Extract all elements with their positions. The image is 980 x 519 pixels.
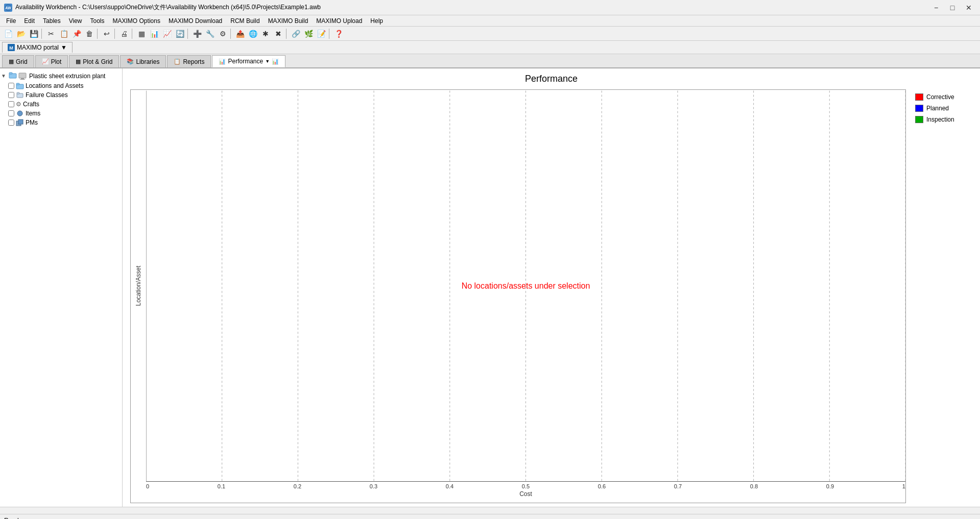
title-bar: AW Availability Workbench - C:\Users\sup… [0, 0, 980, 15]
toolbar-btn-save[interactable]: 💾 [28, 28, 40, 40]
tree-minus-icon: ▼ [1, 73, 7, 79]
pms-checkbox[interactable] [8, 120, 14, 126]
portal-bar: M MAXIMO portal ▼ [0, 41, 980, 54]
menu-item-file[interactable]: File [2, 16, 20, 26]
tab-plot-grid[interactable]: ▦Plot & Grid [69, 55, 119, 67]
toolbar-btn-b1[interactable]: ▦ [135, 28, 148, 40]
legend-item-planned: Planned [915, 105, 968, 112]
svg-point-13 [17, 111, 22, 116]
maximize-button[interactable]: □ [945, 3, 960, 13]
toolbar-btn-new[interactable]: 📄 [2, 28, 14, 40]
computer-icon [18, 73, 27, 80]
menu-item-maximo-build[interactable]: MAXIMO Build [264, 16, 313, 26]
close-button[interactable]: ✕ [962, 3, 976, 13]
failure-classes-label: Failure Classes [26, 91, 68, 99]
sidebar-item-crafts[interactable]: ⚙Crafts [0, 100, 122, 109]
scroll-bar-area[interactable] [0, 507, 980, 514]
toolbar-btn-b3[interactable]: 📈 [161, 28, 173, 40]
x-tick-0.7: 0.7 [674, 483, 682, 489]
tab-grid[interactable]: ▦Grid [2, 55, 34, 67]
svg-rect-7 [21, 78, 24, 79]
toolbar-btn-cut[interactable]: ✂ [45, 28, 57, 40]
tree-folder-root-icon [9, 72, 17, 79]
toolbar-btn-b14[interactable]: 📝 [315, 28, 327, 40]
toolbar-btn-undo[interactable]: ↩ [101, 28, 113, 40]
libraries-tab-label: Libraries [136, 58, 159, 65]
svg-rect-5 [9, 73, 12, 74]
menu-item-tools[interactable]: Tools [86, 16, 109, 26]
chart-legend: CorrectivePlannedInspection [911, 89, 972, 503]
failure-classes-checkbox[interactable] [8, 92, 14, 98]
performance-tab-label: Performance [228, 58, 263, 65]
legend-item-corrective: Corrective [915, 93, 968, 101]
menu-item-tables[interactable]: Tables [39, 16, 65, 26]
crafts-icon: ⚙ [16, 101, 21, 108]
toolbar-btn-b15[interactable]: ❓ [332, 28, 345, 40]
locations-icon [16, 82, 24, 89]
toolbar-btn-b12[interactable]: 🔗 [290, 28, 302, 40]
chart-plot-area: Location/Asset No locations/assets under… [130, 89, 906, 503]
sidebar-root-label: Plastic sheet extrusion plant [29, 73, 105, 80]
x-axis-area: 00.10.20.30.40.50.60.70.80.91 Cost [131, 482, 905, 503]
minimize-button[interactable]: − [929, 3, 943, 13]
chart-container: Performance Location/Asset No locations/… [123, 68, 980, 507]
menu-item-maximo-download[interactable]: MAXIMO Download [164, 16, 226, 26]
toolbar-btn-b4[interactable]: 🔄 [174, 28, 186, 40]
portal-tab[interactable]: M MAXIMO portal ▼ [2, 42, 73, 53]
menu-item-maximo-options[interactable]: MAXIMO Options [109, 16, 164, 26]
toolbar-btn-delete[interactable]: 🗑 [83, 28, 95, 40]
sidebar-item-failure-classes[interactable]: Failure Classes [0, 90, 122, 100]
toolbar-btn-print[interactable]: 🖨 [118, 28, 130, 40]
toolbar-btn-b9[interactable]: 🌐 [247, 28, 259, 40]
sidebar-root[interactable]: ▼ Plastic sheet extrusion plant [0, 70, 122, 81]
x-tick-0.6: 0.6 [598, 483, 606, 489]
menu-bar: FileEditTablesViewToolsMAXIMO OptionsMAX… [0, 15, 980, 27]
svg-rect-12 [17, 92, 19, 94]
x-tick-0.4: 0.4 [446, 483, 453, 489]
toolbar-btn-paste[interactable]: 📌 [70, 28, 83, 40]
locations-checkbox[interactable] [8, 83, 14, 89]
menu-item-edit[interactable]: Edit [20, 16, 39, 26]
menu-item-rcm-build[interactable]: RCM Build [226, 16, 264, 26]
toolbar: 📄📂💾✂📋📌🗑↩🖨▦📊📈🔄➕🔧⚙📤🌐✱✖🔗🌿📝❓ [0, 27, 980, 41]
tab-libraries[interactable]: 📚Libraries [120, 55, 166, 67]
tab-performance[interactable]: 📊Performance ▼ 📊 [212, 55, 285, 67]
menu-item-view[interactable]: View [65, 16, 86, 26]
toolbar-btn-b5[interactable]: ➕ [191, 28, 203, 40]
toolbar-btn-b7[interactable]: ⚙ [217, 28, 229, 40]
performance-dropdown-icon: ▼ [265, 59, 270, 64]
toolbar-btn-b13[interactable]: 🌿 [302, 28, 315, 40]
x-tick-0.1: 0.1 [218, 483, 225, 489]
toolbar-separator [114, 29, 116, 39]
x-tick-0: 0 [146, 483, 149, 489]
plot-tab-icon: 📈 [42, 58, 49, 65]
menu-item-help[interactable]: Help [366, 16, 387, 26]
crafts-checkbox[interactable] [8, 101, 14, 107]
performance-extra-icon: 📊 [272, 58, 279, 65]
maximo-icon: M [8, 44, 15, 51]
view-tabs: ▦Grid📈Plot▦Plot & Grid📚Libraries📋Reports… [0, 54, 980, 68]
toolbar-separator [132, 29, 134, 39]
toolbar-btn-copy[interactable]: 📋 [58, 28, 70, 40]
pms-icon [16, 119, 24, 126]
toolbar-btn-b11[interactable]: ✖ [272, 28, 284, 40]
sidebar-item-pms[interactable]: PMs [0, 118, 122, 127]
legend-item-inspection: Inspection [915, 116, 968, 123]
chart-canvas-area: No locations/assets under selection [146, 90, 905, 482]
toolbar-btn-b8[interactable]: 📤 [234, 28, 246, 40]
menu-item-maximo-upload[interactable]: MAXIMO Upload [312, 16, 366, 26]
legend-label-planned: Planned [926, 105, 949, 112]
sidebar-item-locations[interactable]: Locations and Assets [0, 81, 122, 90]
sidebar-item-items[interactable]: Items [0, 109, 122, 118]
svg-rect-15 [18, 120, 23, 124]
toolbar-btn-b10[interactable]: ✱ [259, 28, 272, 40]
tab-plot[interactable]: 📈Plot [35, 55, 68, 67]
items-checkbox[interactable] [8, 110, 14, 116]
chart-title: Performance [525, 74, 578, 84]
toolbar-btn-b2[interactable]: 📊 [148, 28, 160, 40]
tab-reports[interactable]: 📋Reports [167, 55, 211, 67]
toolbar-btn-b6[interactable]: 🔧 [204, 28, 216, 40]
main-layout: ▼ Plastic sheet extrusion plant Location… [0, 68, 980, 507]
crafts-label: Crafts [23, 101, 39, 108]
toolbar-btn-open[interactable]: 📂 [15, 28, 27, 40]
